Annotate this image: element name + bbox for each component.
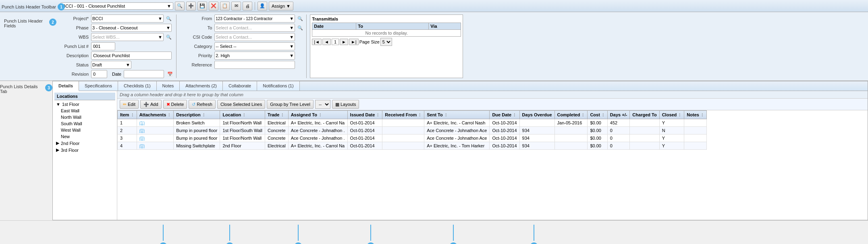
from-search-icon[interactable]: 🔍 (297, 16, 303, 21)
attachment-link[interactable]: (1) (139, 120, 145, 125)
pager-first-btn[interactable]: |◄ (312, 39, 322, 45)
project-label: Project* (56, 16, 89, 21)
toolbar-title-text: BCCI - 001 - Closeout Punchlist (62, 4, 125, 8)
table-cell: (0) (137, 142, 174, 150)
from-field-row: From 123 Contractor - 123 Contractor ▼ 🔍 (180, 14, 303, 23)
table-row[interactable]: 3(0)Bump in poured floor1st Floor/North … (118, 134, 707, 142)
layouts-button[interactable]: ▦ Layouts (332, 100, 359, 109)
pager-next-btn[interactable]: ► (340, 39, 348, 45)
tab-details[interactable]: Details (53, 81, 79, 91)
assign-button[interactable]: Assign ▼ (269, 2, 293, 10)
tab-attachments[interactable]: Attachments (2) (180, 81, 223, 91)
tab-notifications[interactable]: Notifications (1) (257, 81, 299, 91)
pager-prev-btn[interactable]: ◄ (322, 39, 331, 45)
table-cell: Y (659, 134, 684, 142)
group-by-level-button[interactable]: Group by Tree Level (267, 100, 314, 109)
table-cell: Ace Concrete - Johnathon . (288, 134, 347, 142)
close-lines-label: Close Selected Lines (220, 102, 262, 107)
description-field-row: Description (56, 52, 173, 60)
table-cell (519, 119, 554, 127)
delete-icon-btn[interactable]: ❌ (209, 2, 218, 10)
tree-item-westwall[interactable]: West Wall (54, 127, 115, 133)
priority-select[interactable]: 2. High ▼ (214, 52, 295, 60)
table-cell (630, 142, 659, 150)
project-select[interactable]: BCCI ▼ (91, 14, 164, 23)
punchlist-input[interactable] (91, 42, 115, 50)
reference-label: Reference (180, 62, 212, 67)
save-icon-btn[interactable]: 💾 (197, 2, 207, 10)
table-cell (684, 119, 707, 127)
wbs-select[interactable]: Select WBS... ▼ (91, 33, 164, 41)
table-cell: Oct-01-2014 (347, 127, 382, 134)
phase-select[interactable]: 3 - Closeout - Closeout ▼ (91, 24, 172, 32)
tab-collaborate[interactable]: Collaborate (223, 81, 257, 91)
search-icon-btn[interactable]: 🔍 (175, 2, 185, 10)
table-row[interactable]: 1(1)Broken Switch1st Floor/North WallEle… (118, 119, 707, 127)
csicode-select[interactable]: Select a Contact... ▼ (214, 33, 295, 41)
tree-label-3rdfloor: 3rd Floor (61, 148, 79, 153)
status-select[interactable]: Draft ▼ (91, 61, 131, 69)
table-cell: Bump in poured floor (174, 134, 220, 142)
attachment-link[interactable]: (0) (139, 136, 145, 141)
tree-item-2ndfloor[interactable]: ▶ 2nd Floor (54, 140, 115, 147)
revision-input[interactable] (91, 70, 107, 78)
email-icon-btn[interactable]: ✉ (231, 2, 241, 10)
group-by-select[interactable]: -- (315, 100, 330, 109)
copy-icon-btn[interactable]: 📋 (220, 2, 230, 10)
add-icon-btn[interactable]: ➕ (186, 2, 196, 10)
reference-input[interactable] (214, 61, 295, 69)
table-cell: $0.00 (588, 127, 607, 134)
wbs-search-icon[interactable]: 🔍 (166, 35, 172, 40)
tree-item-northwall[interactable]: North Wall (54, 114, 115, 120)
revision-label: Revision (56, 72, 89, 77)
table-cell: (0) (137, 134, 174, 142)
group-by-bar: Drag a column header and drop it here to… (117, 91, 868, 99)
phase-label: Phase (56, 25, 89, 30)
table-cell: 934 (519, 127, 554, 134)
tab-specifications[interactable]: Specifications (79, 81, 118, 91)
title-dropdown[interactable]: BCCI - 001 - Closeout Punchlist ▼ (60, 2, 173, 10)
transmittals-box: Transmittals Date To Via No records to d… (310, 14, 463, 78)
attachment-link[interactable]: (0) (139, 128, 145, 133)
calendar-icon[interactable]: 📅 (167, 72, 173, 77)
to-select[interactable]: Select a Contact... ▼ (214, 24, 295, 32)
add-button[interactable]: ➕ Add (140, 100, 162, 109)
annotation-attachments: 7 Attachments Tab (347, 225, 395, 244)
table-cell: Oct-10-2014 (490, 142, 519, 150)
delete-button[interactable]: ✖ Delete (163, 100, 187, 109)
tree-item-eastwall[interactable]: East Wall (54, 108, 115, 114)
table-row[interactable]: 2(0)Bump in poured floor1st Floor/South … (118, 127, 707, 134)
table-cell: 2nd Floor (220, 142, 265, 150)
col-received-from: Received From⋮ (382, 111, 424, 119)
col-location: Location⋮ (220, 111, 265, 119)
edit-button[interactable]: ✏ Edit (120, 100, 139, 109)
annotation-label-details: Punch Lists Details Tab (0, 84, 45, 94)
project-search-icon[interactable]: 🔍 (166, 16, 172, 21)
date-input[interactable] (124, 70, 164, 78)
annotation-bubble-5: 5 (226, 242, 234, 244)
tree-item-new[interactable]: New (54, 133, 115, 140)
table-cell: Ace Concrete - Johnathon Ace (424, 134, 490, 142)
close-selected-button[interactable]: Close Selected Lines (217, 100, 265, 109)
attachment-link[interactable]: (0) (139, 143, 145, 148)
table-cell (382, 142, 424, 150)
table-row[interactable]: 4(0)Missing Switchplate2nd FloorElectric… (118, 142, 707, 150)
to-search-icon[interactable]: 🔍 (297, 25, 303, 31)
tab-checklists[interactable]: Checklists (1) (118, 81, 157, 91)
refresh-button[interactable]: ↺ Refresh (189, 100, 216, 109)
annotation-label-header: Punch Lists Header Fields (4, 19, 49, 28)
tree-item-3rdfloor[interactable]: ▶ 3rd Floor (54, 147, 115, 153)
table-cell: 0 (607, 127, 630, 134)
user-icon-btn[interactable]: 👤 (257, 2, 267, 10)
from-select[interactable]: 123 Contractor - 123 Contractor ▼ (214, 14, 295, 23)
category-select[interactable]: -- Select -- ▼ (214, 42, 295, 50)
pager-last-btn[interactable]: ►| (349, 39, 359, 45)
tree-item-1stfloor[interactable]: ▼ 1st Floor (54, 101, 115, 108)
print-icon-btn[interactable]: 🖨 (243, 2, 252, 10)
tab-notes[interactable]: Notes (157, 81, 180, 91)
page-size-select[interactable]: 5 (380, 38, 392, 46)
tree-item-southwall[interactable]: South Wall (54, 120, 115, 127)
description-input[interactable] (91, 52, 172, 60)
table-cell: Electrical (265, 119, 289, 127)
col-trade: Trade⋮ (265, 111, 289, 119)
